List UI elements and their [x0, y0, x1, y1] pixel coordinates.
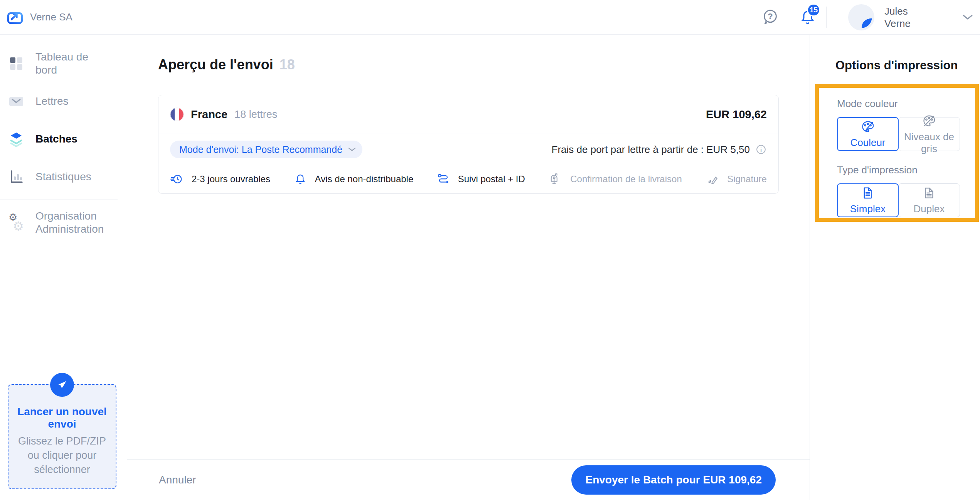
card-header-row: France 18 lettres EUR 109,62	[158, 95, 778, 134]
brand-logo: Verne SA	[0, 0, 127, 34]
cancel-button[interactable]: Annuler	[159, 474, 196, 486]
highlight-box: Mode couleur Couleur	[815, 84, 979, 222]
color-mode-label: Mode couleur	[837, 98, 975, 110]
print-options-panel: Options d'impression Mode couleur	[810, 35, 980, 500]
clock-fast-icon	[170, 173, 183, 186]
envelope-icon	[8, 94, 24, 109]
sidebar-item-lettres[interactable]: Lettres	[0, 82, 127, 120]
feature-postal-tracking: Suivi postal + ID	[437, 173, 525, 185]
sidebar-item-dashboard[interactable]: Tableau de bord	[0, 45, 127, 82]
postage-note: Frais de port par lettre à partir de : E…	[552, 144, 767, 156]
feature-non-deliverable-notice: Avis de non-distribuable	[294, 173, 414, 185]
bar-chart-icon	[8, 169, 24, 185]
chevron-down-icon	[348, 147, 356, 152]
sidebar-item-statistiques[interactable]: Statistiques	[0, 158, 127, 196]
notifications-button[interactable]: 15	[799, 8, 816, 27]
sidebar-item-batches[interactable]: Batches	[0, 120, 127, 158]
mode-envoi-dropdown[interactable]: Mode d'envoi: La Poste Recommandé	[170, 141, 362, 158]
color-mode-grayscale-button[interactable]: Niveaux de gris	[898, 117, 960, 151]
bell-icon	[294, 173, 306, 185]
print-type-simplex-button[interactable]: Simplex	[837, 183, 899, 217]
upload-dropzone[interactable]: Lancer un nouvel envoi Glissez le PDF/ZI…	[8, 384, 116, 489]
paper-plane-icon	[56, 379, 68, 391]
info-icon[interactable]: i	[755, 144, 767, 155]
pen-icon	[706, 173, 719, 186]
route-icon	[437, 173, 450, 185]
help-icon: ?	[762, 8, 779, 27]
send-batch-button[interactable]: Envoyer le Batch pour EUR 109,62	[571, 465, 776, 495]
print-type-label: Type d'impression	[837, 164, 975, 176]
batch-country-card: France 18 lettres EUR 109,62 Mode d'envo…	[158, 95, 779, 194]
notification-count-badge: 15	[807, 3, 820, 17]
app-window: Verne SA ? 15	[0, 0, 980, 500]
feature-delivery-confirmation: Confirmation de la livraison	[549, 173, 682, 186]
layers-icon	[8, 131, 24, 147]
country-name: France	[191, 108, 227, 121]
color-mode-group: Couleur Niveaux de gris	[837, 117, 960, 151]
dashboard-icon	[8, 56, 24, 71]
topbar-divider	[789, 7, 789, 28]
document-simplex-icon	[860, 186, 875, 200]
page-title: Aperçu de l'envoi	[158, 57, 273, 73]
user-menu[interactable]: Jules Verne	[838, 4, 974, 30]
card-features-row: 2-3 jours ouvrables Avis de non-distribu…	[158, 165, 778, 193]
svg-text:i: i	[760, 146, 762, 153]
print-type-duplex-button[interactable]: Duplex	[898, 183, 960, 217]
gears-icon: ⚙⚙	[8, 215, 24, 230]
action-bar: Annuler Envoyer le Batch pour EUR 109,62	[127, 459, 810, 500]
chevron-down-icon	[961, 13, 974, 21]
print-type-group: Simplex Duplex	[837, 183, 960, 217]
sidebar-item-organisation-administration[interactable]: ⚙⚙ Organisation Administration	[0, 204, 127, 242]
brand-name: Verne SA	[30, 11, 72, 23]
page-title-count: 18	[280, 57, 295, 73]
main-content: Aperçu de l'envoi 18	[127, 35, 810, 500]
page-title-row: Aperçu de l'envoi 18	[158, 57, 779, 73]
sidebar: Tableau de bord Lettres	[0, 35, 127, 500]
card-options-row: Mode d'envoi: La Poste Recommandé Frais …	[158, 134, 778, 165]
print-options-title: Options d'impression	[835, 59, 980, 72]
mailbox-icon	[549, 173, 562, 186]
topbar-divider	[826, 7, 827, 28]
document-duplex-icon	[922, 186, 936, 200]
feature-signature: Signature	[706, 173, 767, 186]
upload-title: Lancer un nouvel envoi	[14, 406, 110, 430]
avatar	[848, 4, 874, 30]
sidebar-divider	[0, 200, 118, 200]
envelope-logo-icon	[6, 8, 24, 26]
france-flag-icon	[170, 107, 184, 121]
feature-delivery-time: 2-3 jours ouvrables	[170, 173, 270, 186]
topbar-actions: ? 15 Jules Verne	[762, 0, 980, 34]
help-button[interactable]: ?	[762, 8, 779, 27]
palette-strikethrough-icon	[922, 114, 936, 128]
color-mode-couleur-button[interactable]: Couleur	[837, 117, 899, 151]
upload-subtitle: Glissez le PDF/ZIP ou cliquer pour sélec…	[14, 434, 110, 477]
letters-count: 18 lettres	[234, 109, 277, 121]
send-circle	[50, 373, 74, 397]
palette-icon	[860, 119, 875, 134]
topbar: Verne SA ? 15	[0, 0, 980, 35]
svg-text:?: ?	[768, 11, 773, 21]
user-name: Jules Verne	[884, 5, 911, 30]
batch-total: EUR 109,62	[706, 108, 767, 121]
